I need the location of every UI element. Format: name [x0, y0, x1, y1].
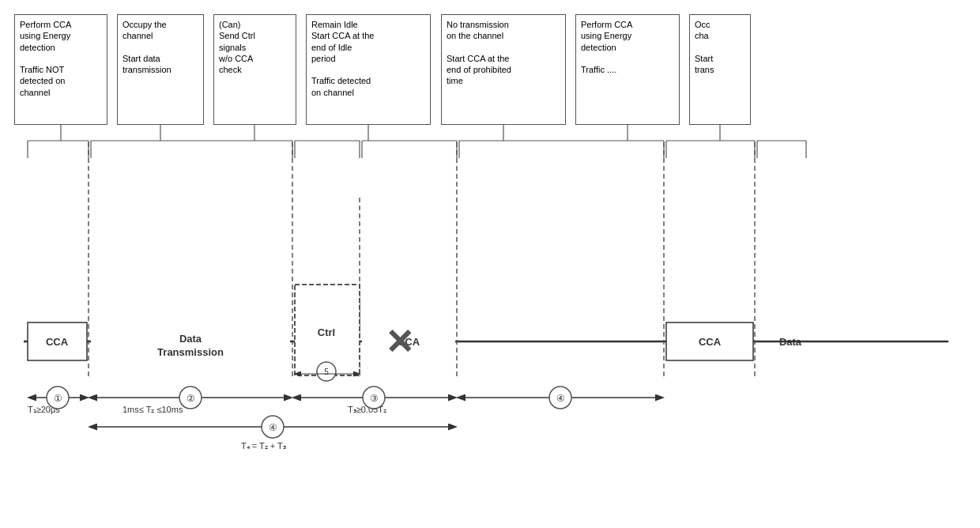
svg-point-52: [47, 387, 69, 409]
svg-text:CCA: CCA: [46, 336, 69, 348]
box-perform-cca-1: Perform CCAusing EnergydetectionTraffic …: [14, 14, 107, 125]
svg-text:Data: Data: [779, 336, 802, 348]
svg-text:CCA: CCA: [398, 336, 420, 348]
svg-rect-40: [295, 285, 360, 375]
box-send-ctrl: (Can)Send Ctrlsignalsw/o CCAcheck: [213, 14, 296, 125]
box-occ: OccchaStarttrans: [689, 14, 751, 125]
svg-text:Transmission: Transmission: [157, 346, 224, 358]
svg-text:③: ③: [370, 393, 379, 404]
svg-text:Data: Data: [179, 333, 202, 345]
box3-text: (Can)Send Ctrlsignalsw/o CCAcheck: [219, 20, 255, 74]
box2-text: Occupy thechannelStart datatransmission: [122, 20, 172, 74]
svg-rect-45: [666, 322, 753, 360]
svg-point-56: [179, 387, 202, 409]
svg-text:Ctrl: Ctrl: [318, 326, 335, 338]
svg-rect-42: [362, 322, 455, 360]
box1-text: Perform CCAusing EnergydetectionTraffic …: [20, 20, 71, 97]
svg-text:④: ④: [556, 393, 565, 404]
svg-point-63: [262, 416, 284, 438]
box-no-transmission: No transmissionon the channelStart CCA a…: [441, 14, 566, 125]
svg-point-67: [549, 387, 571, 409]
svg-text:②: ②: [187, 393, 195, 404]
box-perform-cca-2: Perform CCAusing EnergydetectionTraffic …: [575, 14, 680, 125]
box5-text: No transmissionon the channelStart CCA a…: [447, 20, 511, 85]
svg-text:1ms≤ T₂ ≤10ms: 1ms≤ T₂ ≤10ms: [122, 405, 183, 414]
svg-text:T₁≥20μs: T₁≥20μs: [28, 405, 60, 414]
svg-point-48: [317, 362, 336, 381]
svg-text:①: ①: [54, 393, 62, 404]
box-remain-idle: Remain IdleStart CCA at theend of Idlepe…: [306, 14, 431, 125]
svg-text:④: ④: [269, 422, 277, 433]
svg-text:T₄ = T₂ + T₃: T₄ = T₂ + T₃: [241, 441, 286, 451]
svg-point-60: [363, 387, 385, 409]
box-occupy-channel: Occupy thechannelStart datatransmission: [117, 14, 204, 125]
svg-text:5: 5: [324, 368, 329, 376]
diagram-container: Perform CCAusing EnergydetectionTraffic …: [0, 0, 980, 528]
box6-text: Perform CCAusing EnergydetectionTraffic …: [581, 20, 632, 74]
box7-text: OccchaStarttrans: [695, 20, 714, 74]
box4-text: Remain IdleStart CCA at theend of Idlepe…: [311, 20, 374, 97]
svg-text:T₃≥0.05T₂: T₃≥0.05T₂: [348, 405, 386, 414]
svg-rect-35: [28, 322, 87, 360]
svg-rect-37: [91, 322, 290, 360]
svg-text:✕: ✕: [385, 322, 414, 361]
svg-text:CCA: CCA: [699, 336, 722, 348]
